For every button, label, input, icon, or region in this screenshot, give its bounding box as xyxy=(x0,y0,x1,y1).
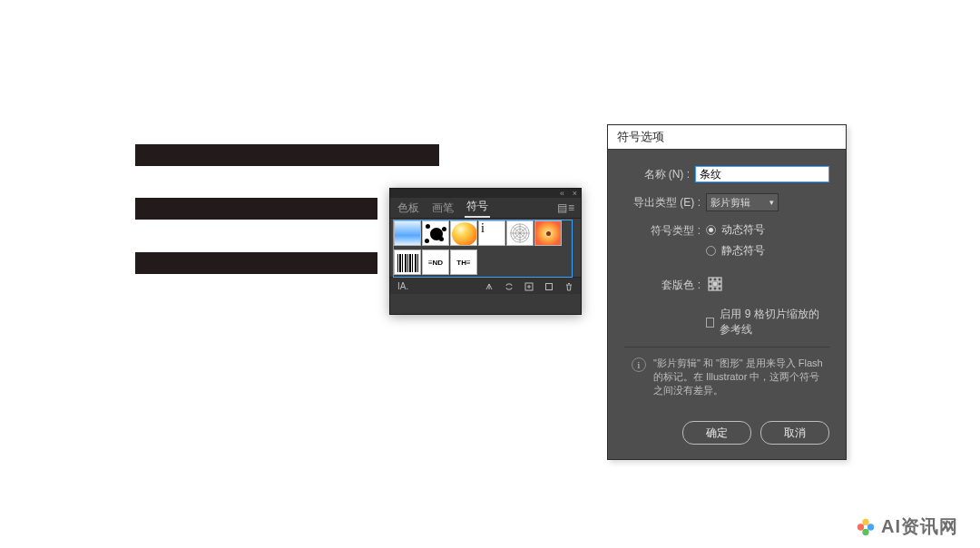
svg-rect-5 xyxy=(709,278,712,281)
canvas-stripe-1 xyxy=(135,144,439,166)
ok-button[interactable]: 确定 xyxy=(682,421,751,445)
radio-dynamic[interactable] xyxy=(706,225,716,235)
svg-rect-6 xyxy=(713,278,717,281)
swatch-row-2: ≡ND TH≡ xyxy=(390,248,581,277)
symbol-type-label: 符号类型 : xyxy=(624,222,706,239)
svg-rect-9 xyxy=(718,282,721,286)
dialog-title: 符号选项 xyxy=(608,125,846,150)
registration-point-icon[interactable] xyxy=(706,275,724,293)
panel-menu-icon[interactable]: ▤≡ xyxy=(557,201,575,214)
cancel-button[interactable]: 取消 xyxy=(760,421,829,445)
panel-footer: IA. xyxy=(390,277,581,294)
delete-symbol-icon[interactable] xyxy=(564,281,573,290)
radio-static-label: 静态符号 xyxy=(721,243,765,259)
canvas-stripe-3 xyxy=(135,252,377,274)
panel-body: i ≡ND TH≡ xyxy=(390,219,581,277)
svg-point-14 xyxy=(862,518,868,524)
swatch-flower[interactable] xyxy=(534,220,562,246)
svg-rect-4 xyxy=(546,284,553,290)
swatch-gradient[interactable] xyxy=(394,220,421,246)
chevron-down-icon: ▾ xyxy=(769,198,774,207)
radio-static[interactable] xyxy=(706,246,716,256)
swatch-orb[interactable] xyxy=(450,220,477,246)
tab-brushes[interactable]: 画笔 xyxy=(430,201,456,216)
swatch-row-1: i xyxy=(390,219,581,248)
swatch-ink-splat[interactable] xyxy=(422,220,449,246)
watermark-logo-icon xyxy=(856,517,876,537)
panel-collapse-icon[interactable]: « xyxy=(560,190,564,198)
svg-point-15 xyxy=(867,524,874,530)
svg-rect-8 xyxy=(709,282,712,286)
svg-point-16 xyxy=(862,528,868,534)
watermark-text: AI资讯网 xyxy=(881,514,958,539)
enable-9slice-checkbox[interactable] xyxy=(706,318,714,328)
svg-point-17 xyxy=(858,524,864,530)
swatch-the-text[interactable]: TH≡ xyxy=(450,250,477,275)
radio-dynamic-label: 动态符号 xyxy=(721,222,765,238)
canvas-stripe-2 xyxy=(135,198,377,220)
swatch-barcode[interactable] xyxy=(394,250,421,275)
info-icon: i xyxy=(632,357,646,372)
swatch-end-text[interactable]: ≡ND xyxy=(422,250,449,275)
footer-label: IA. xyxy=(397,281,408,291)
symbol-options-icon[interactable] xyxy=(524,281,534,290)
tab-swatches[interactable]: 色板 xyxy=(396,201,421,216)
watermark: AI资讯网 xyxy=(856,514,958,539)
panel-titlebar[interactable]: « × xyxy=(390,189,581,198)
symbol-options-dialog: 符号选项 名称(N) : 导出类型(E) : 影片剪辑 ▾ 符号类型 : xyxy=(607,124,847,460)
tab-symbols[interactable]: 符号 xyxy=(465,199,490,218)
name-label: 名称(N) : xyxy=(624,167,695,182)
swatch-rosette[interactable] xyxy=(506,220,534,246)
place-symbol-icon[interactable] xyxy=(485,281,494,290)
swatch-character[interactable]: i xyxy=(478,220,505,246)
panel-close-icon[interactable]: × xyxy=(573,190,577,198)
registration-color-label: 套版色 : xyxy=(624,278,706,293)
dialog-note-text: "影片剪辑" 和 "图形" 是用来导入 Flash 的标记。在 Illustra… xyxy=(653,357,826,397)
new-symbol-icon[interactable] xyxy=(544,281,554,290)
dialog-separator xyxy=(624,347,829,347)
name-input[interactable] xyxy=(695,166,829,182)
svg-rect-10 xyxy=(709,287,712,290)
dialog-note: i "影片剪辑" 和 "图形" 是用来导入 Flash 的标记。在 Illust… xyxy=(624,357,829,397)
break-link-icon[interactable] xyxy=(505,281,514,290)
export-type-select[interactable]: 影片剪辑 ▾ xyxy=(706,193,779,211)
symbols-panel: « × 色板 画笔 符号 ▤≡ i ≡ND TH≡ xyxy=(389,188,582,315)
svg-point-18 xyxy=(864,524,867,528)
export-type-label: 导出类型(E) : xyxy=(624,195,706,210)
enable-9slice-label: 启用 9 格切片缩放的参考线 xyxy=(720,307,829,338)
svg-rect-7 xyxy=(718,278,721,281)
svg-rect-11 xyxy=(713,287,717,290)
svg-rect-12 xyxy=(718,287,721,290)
panel-tabbar: 色板 画笔 符号 ▤≡ xyxy=(390,198,581,219)
svg-rect-13 xyxy=(713,282,717,286)
